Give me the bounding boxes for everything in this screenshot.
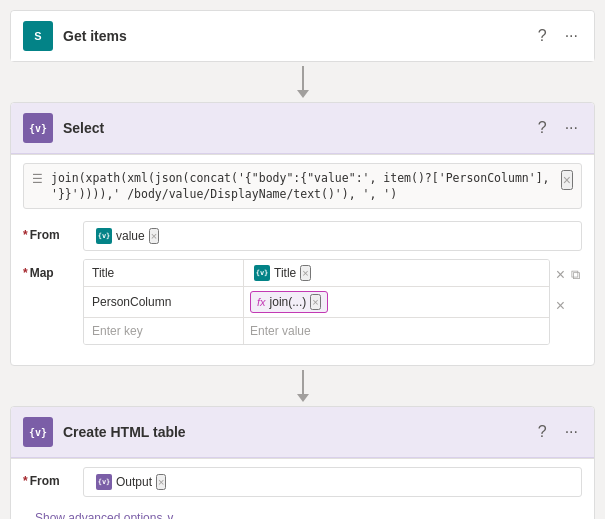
html-from-label: *From: [23, 467, 83, 488]
map-actions-col: × ⧉ ×: [554, 259, 582, 321]
from-value-tag: {v} value ×: [92, 227, 163, 245]
select-icon: {v}: [23, 113, 53, 143]
title-tag-icon-text: {v}: [256, 269, 269, 277]
select-help-button[interactable]: ?: [534, 117, 551, 139]
expression-icon: ☰: [32, 172, 43, 186]
get-items-more-button[interactable]: ···: [561, 25, 582, 47]
question-icon-html: ?: [538, 423, 547, 441]
html-from-tag-close-button[interactable]: ×: [156, 474, 166, 490]
map-row-empty: Enter key Enter value: [84, 318, 549, 344]
html-table-body: *From {v} Output × Show advanced options…: [11, 458, 594, 519]
html-table-more-button[interactable]: ···: [561, 421, 582, 443]
map-value-placeholder: Enter value: [250, 324, 311, 338]
title-tag: {v} Title ×: [250, 264, 315, 282]
select-more-button[interactable]: ···: [561, 117, 582, 139]
question-icon-select: ?: [538, 119, 547, 137]
create-html-table-header: {v} Create HTML table ? ···: [11, 407, 594, 458]
map-container-wrapper: Title {v} Title ×: [83, 259, 582, 345]
map-row2-delete-button[interactable]: ×: [554, 296, 567, 316]
question-icon: ?: [538, 27, 547, 45]
fx-label: join(...): [270, 295, 307, 309]
html-from-tag: {v} Output ×: [92, 473, 170, 491]
select-title: Select: [63, 120, 524, 136]
html-from-input[interactable]: {v} Output ×: [83, 467, 582, 497]
map-content: Title {v} Title ×: [83, 259, 582, 345]
more-icon: ···: [565, 27, 578, 45]
arrow-connector-2: [10, 366, 595, 406]
map-row-title: Title {v} Title ×: [84, 260, 549, 287]
get-items-title: Get items: [63, 28, 524, 44]
arrow-line-2: [302, 370, 304, 394]
html-table-icon-text: {v}: [29, 427, 47, 438]
map-label: *Map: [23, 259, 83, 280]
arrow-line-1: [302, 66, 304, 90]
from-row: *From {v} value ×: [23, 221, 582, 251]
fx-close-button[interactable]: ×: [310, 294, 320, 310]
sharepoint-icon: S: [23, 21, 53, 51]
from-input[interactable]: {v} value ×: [83, 221, 582, 251]
select-card: {v} Select ? ··· ☰ join(xpath(xml(json(c…: [10, 102, 595, 366]
map-row1-actions: × ⧉: [554, 259, 582, 290]
title-tag-icon: {v}: [254, 265, 270, 281]
chevron-down-icon: ∨: [166, 511, 175, 519]
get-items-card: S Get items ? ···: [10, 10, 595, 62]
expression-text: join(xpath(xml(json(concat('{"body":{"va…: [51, 170, 553, 202]
fx-tag-join: fx join(...) ×: [250, 291, 328, 313]
map-row1-delete-button[interactable]: ×: [554, 265, 567, 285]
html-from-label-text: From: [30, 474, 60, 488]
html-table-help-button[interactable]: ?: [534, 421, 551, 443]
select-body: ☰ join(xpath(xml(json(concat('{"body":{"…: [11, 154, 594, 365]
required-star-map: *: [23, 266, 28, 280]
show-advanced-options-link[interactable]: Show advanced options ∨: [23, 505, 582, 519]
get-items-header: S Get items ? ···: [11, 11, 594, 61]
html-from-tag-icon: {v}: [96, 474, 112, 490]
expression-bar: ☰ join(xpath(xml(json(concat('{"body":{"…: [23, 163, 582, 209]
map-row2-actions: ×: [554, 290, 582, 321]
fx-icon: fx: [257, 296, 266, 308]
map-row-person: PersonColumn fx join(...) ×: [84, 287, 549, 318]
html-from-tag-label: Output: [116, 475, 152, 489]
required-star-html: *: [23, 474, 28, 488]
html-from-tag-icon-text: {v}: [98, 478, 111, 486]
create-html-table-actions: ? ···: [534, 421, 582, 443]
map-value-empty[interactable]: Enter value: [244, 318, 549, 344]
create-html-table-card: {v} Create HTML table ? ··· *From {v}: [10, 406, 595, 519]
more-icon-html: ···: [565, 423, 578, 441]
arrow-connector-1: [10, 62, 595, 102]
html-from-row: *From {v} Output ×: [23, 467, 582, 497]
title-tag-close-button[interactable]: ×: [300, 265, 310, 281]
title-tag-label: Title: [274, 266, 296, 280]
select-actions: ? ···: [534, 117, 582, 139]
map-label-text: Map: [30, 266, 54, 280]
map-value-title: {v} Title ×: [244, 260, 549, 286]
from-label: *From: [23, 221, 83, 242]
expression-close-button[interactable]: ×: [561, 170, 573, 190]
from-tag-icon: {v}: [96, 228, 112, 244]
select-header: {v} Select ? ···: [11, 103, 594, 154]
arrow-down-1: [297, 66, 309, 98]
map-row1-copy-button[interactable]: ⧉: [569, 265, 582, 285]
map-value-person: fx join(...) ×: [244, 287, 549, 317]
arrow-head-1: [297, 90, 309, 98]
map-table: Title {v} Title ×: [83, 259, 550, 345]
get-items-help-button[interactable]: ?: [534, 25, 551, 47]
more-icon-select: ···: [565, 119, 578, 137]
from-tag-label: value: [116, 229, 145, 243]
map-key-placeholder: Enter key: [92, 324, 143, 338]
from-tag-close-button[interactable]: ×: [149, 228, 159, 244]
get-items-actions: ? ···: [534, 25, 582, 47]
required-star-from: *: [23, 228, 28, 242]
sharepoint-icon-text: S: [34, 30, 41, 42]
advanced-options-label: Show advanced options: [35, 511, 162, 519]
map-key-person: PersonColumn: [84, 287, 244, 317]
from-tag-icon-text: {v}: [98, 232, 111, 240]
create-html-table-title: Create HTML table: [63, 424, 524, 440]
from-label-text: From: [30, 228, 60, 242]
map-key-empty[interactable]: Enter key: [84, 318, 244, 344]
arrow-head-2: [297, 394, 309, 402]
map-row: *Map Title {v} Tit: [23, 259, 582, 345]
arrow-down-2: [297, 370, 309, 402]
html-table-icon: {v}: [23, 417, 53, 447]
map-key-title: Title: [84, 260, 244, 286]
select-icon-text: {v}: [29, 123, 47, 134]
